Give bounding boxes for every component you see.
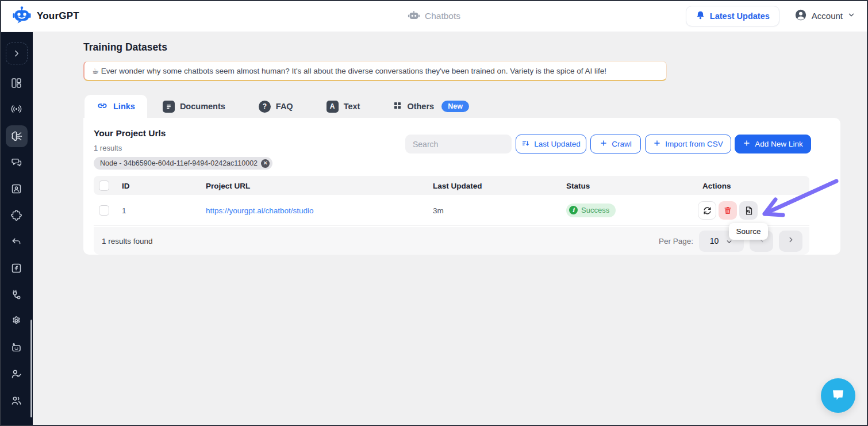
per-page-label: Per Page: (659, 237, 693, 245)
row-last-updated: 3m (433, 206, 444, 214)
plug-icon (10, 289, 22, 301)
document-icon (163, 101, 175, 113)
nav-chatbots[interactable]: Chatbots (408, 9, 460, 24)
chevron-right-icon (11, 48, 22, 59)
user-circle-icon (794, 9, 807, 23)
source-tooltip: Source (729, 223, 768, 240)
source-tooltip-label: Source (736, 227, 761, 236)
tab-documents[interactable]: Documents (153, 95, 235, 118)
delete-button[interactable] (719, 201, 737, 220)
account-label: Account (812, 11, 843, 21)
function-icon (10, 262, 22, 274)
search-input[interactable] (405, 135, 512, 153)
brain-icon (10, 130, 23, 143)
import-from-csv-button[interactable]: Import from CSV (645, 135, 731, 153)
expand-sidebar-button[interactable] (6, 43, 28, 64)
broadcast-icon (10, 103, 22, 115)
results-count: 1 results (94, 144, 122, 152)
pagination-bar: 1 results found Per Page: 10 (94, 227, 809, 255)
puzzle-icon (10, 209, 22, 221)
chatbot-head-icon (408, 9, 420, 24)
col-status: Status (566, 181, 590, 190)
sort-button-label: Last Updated (534, 140, 580, 148)
chat-bubbles-icon (10, 156, 22, 168)
brand[interactable]: YourGPT (13, 6, 79, 26)
plus-icon (743, 139, 751, 149)
sidebar-item-functions[interactable] (6, 257, 28, 279)
source-file-icon (744, 206, 754, 216)
robot-icon (10, 341, 22, 354)
dataset-tabs: Links Documents ? FAQ A Text Others New (85, 95, 479, 118)
row-id: 1 (122, 206, 126, 214)
sidebar-scrollbar[interactable] (30, 320, 32, 417)
sidebar-item-integrations[interactable] (6, 204, 28, 226)
tab-text[interactable]: A Text (317, 95, 370, 118)
sidebar-item-contacts[interactable] (6, 178, 28, 199)
bell-icon (696, 10, 705, 22)
account-menu[interactable]: Account (794, 9, 855, 23)
sidebar-item-training[interactable] (6, 125, 28, 147)
sort-last-updated-button[interactable]: Last Updated (516, 135, 586, 153)
sidebar-item-settings[interactable] (6, 310, 28, 332)
latest-updates-label: Latest Updates (710, 11, 770, 21)
refresh-icon (702, 206, 712, 216)
chat-widget-button[interactable] (821, 378, 855, 413)
tab-faq[interactable]: ? FAQ (249, 95, 303, 118)
source-button[interactable] (739, 201, 758, 220)
per-page-value: 10 (710, 236, 719, 245)
sort-icon (521, 139, 530, 149)
new-badge: New (441, 101, 469, 112)
chevron-down-icon (847, 11, 855, 21)
sidebar-item-broadcast[interactable] (6, 98, 28, 120)
status-text: Success (581, 206, 609, 214)
row-checkbox[interactable] (99, 205, 109, 216)
crawl-button-label: Crawl (612, 140, 632, 148)
panel-heading: Your Project Urls (94, 128, 166, 139)
crawl-button[interactable]: Crawl (590, 135, 641, 153)
link-icon (97, 100, 108, 113)
chevron-right-icon (787, 236, 795, 246)
letter-a-icon: A (327, 101, 339, 113)
trash-icon (723, 206, 732, 215)
question-icon: ? (259, 101, 271, 113)
yourgpt-robot-logo-icon (13, 6, 31, 26)
select-all-checkbox[interactable] (99, 181, 109, 191)
main-content: Training Datasets ☕ Ever wonder why some… (33, 32, 868, 426)
plus-icon (653, 139, 661, 149)
undo-arrow-icon (10, 236, 22, 248)
nav-chatbots-label: Chatbots (425, 11, 460, 21)
plus-icon (600, 139, 608, 149)
import-button-label: Import from CSV (665, 140, 723, 148)
status-badge: i Success (566, 204, 616, 217)
sidebar-item-chats[interactable] (6, 151, 28, 173)
pagination-summary: 1 results found (102, 237, 153, 245)
page-title: Training Datasets (83, 41, 167, 53)
row-url-link[interactable]: https://yourgpt.ai/chatbot/studio (206, 206, 314, 214)
sidebar-item-agents[interactable] (6, 363, 28, 385)
node-filter-label: Node - 34b6590e-604d-11ef-9494-0242ac110… (100, 159, 258, 167)
top-header: YourGPT Chatbots Latest Updates Account (0, 0, 868, 32)
close-icon[interactable]: ✕ (261, 159, 270, 168)
col-id: ID (122, 181, 130, 190)
contact-card-icon (10, 183, 22, 195)
grid-icon (393, 101, 402, 112)
refresh-button[interactable] (698, 201, 716, 220)
tab-documents-label: Documents (180, 102, 225, 111)
tab-others[interactable]: Others New (383, 95, 478, 118)
node-filter-tag: Node - 34b6590e-604d-11ef-9494-0242ac110… (94, 157, 272, 170)
sidebar-item-undo[interactable] (6, 231, 28, 253)
latest-updates-button[interactable]: Latest Updates (686, 6, 779, 26)
tab-others-label: Others (407, 102, 434, 111)
sidebar-item-chatbot[interactable] (6, 336, 28, 358)
next-page-button[interactable] (779, 231, 802, 252)
team-icon (10, 394, 22, 406)
tab-links-label: Links (113, 102, 135, 111)
tab-text-label: Text (344, 102, 360, 111)
tab-links[interactable]: Links (85, 95, 147, 118)
left-sidebar (0, 32, 33, 426)
sidebar-item-team[interactable] (6, 389, 28, 411)
add-new-link-button[interactable]: Add New Link (735, 135, 811, 153)
sidebar-item-connectors[interactable] (6, 283, 28, 305)
sidebar-item-dashboard[interactable] (6, 72, 28, 94)
table-row: 1 https://yourgpt.ai/chatbot/studio 3m i… (94, 195, 809, 226)
